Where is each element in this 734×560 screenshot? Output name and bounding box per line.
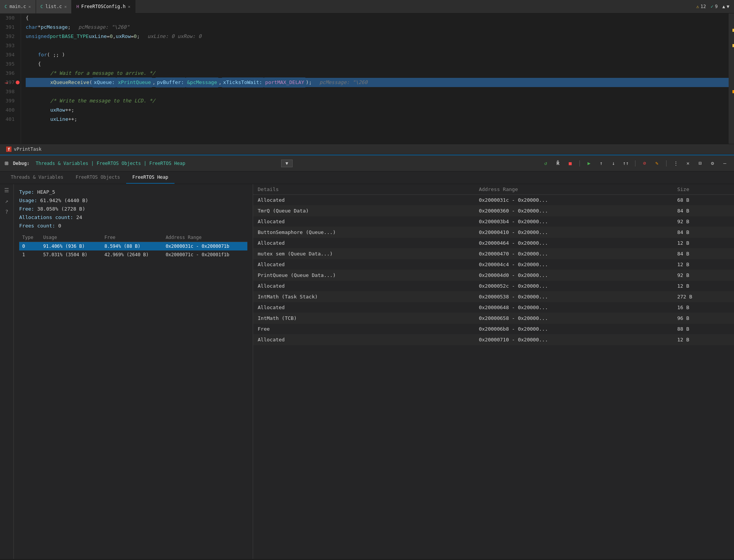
close-tab-list-c[interactable]: ✕: [64, 4, 67, 9]
line-399: 399: [3, 96, 18, 105]
debug-session-label: Threads & Variables | FreeRTOS Objects |…: [36, 161, 278, 166]
code-line-400: uxRow ++;: [26, 105, 729, 115]
disconnect-btn[interactable]: ⊘: [640, 159, 649, 168]
layout-btn[interactable]: ⊟: [696, 159, 705, 168]
details-row-13[interactable]: Allocated 0x20000710 - 0x20000... 12 B: [253, 334, 734, 345]
details-row-4[interactable]: Allocated 0x20000464 - 0x20000... 12 B: [253, 238, 734, 249]
left-icon-export[interactable]: ↗: [5, 198, 8, 204]
details-row-12[interactable]: Free 0x200006b8 - 0x20000... 88 B: [253, 324, 734, 334]
line-390: 390: [3, 13, 18, 23]
heap-col-type: Type: [19, 233, 40, 242]
debug-tabs: Threads & Variables FreeRTOS Objects Fre…: [0, 171, 734, 184]
line-391: 391: [3, 23, 18, 32]
nav-up-icon[interactable]: ▲: [722, 4, 725, 9]
debug-left-panel: ☰ ↗ ? Type: HEAP_5 Usage: 61.942% (4440 …: [0, 184, 253, 559]
tab-list-c[interactable]: C list.c ✕: [36, 0, 72, 13]
code-line-397: xQueueReceive ( xQueue: xPrintQueue , pv…: [26, 78, 729, 87]
tab-freertos-objects[interactable]: FreeRTOS Objects: [69, 171, 126, 184]
debug-right-panel: Details Address Range Size Allocated 0x2…: [253, 184, 734, 559]
code-line-396: /* Wait for a message to arrive. */: [26, 69, 729, 78]
tab-bar: C main.c ✕ C list.c ✕ H FreeRTOSConfig.h…: [0, 0, 734, 13]
c-file-icon: C: [5, 4, 7, 9]
nav-down-icon[interactable]: ▼: [727, 4, 729, 9]
debug-panel: ⊞ Debug: Threads & Variables | FreeRTOS …: [0, 155, 734, 559]
task-icon: f: [6, 147, 12, 152]
line-400: 400: [3, 105, 18, 115]
close-tab-freertos-config[interactable]: ✕: [128, 4, 130, 9]
details-col-size: Size: [673, 184, 734, 195]
code-line-391: char * pcMessage ; pcMessage: "\260": [26, 23, 729, 32]
details-row-1[interactable]: TmrQ (Queue Data) 0x20000360 - 0x20000..…: [253, 206, 734, 216]
left-icon-help[interactable]: ?: [5, 209, 8, 215]
task-bar: f vPrintTask: [0, 144, 734, 155]
warning-icon: ⚠: [696, 4, 699, 9]
error-count: 9: [715, 4, 718, 9]
step-up-btn[interactable]: ↑: [597, 159, 606, 168]
code-line-390: {: [26, 13, 729, 23]
session-dropdown[interactable]: ▼: [281, 160, 293, 167]
details-col-details: Details: [253, 184, 474, 195]
breakpoint-indicator: [16, 81, 20, 84]
details-row-0[interactable]: Allocated 0x2000031c - 0x20000... 68 B: [253, 195, 734, 206]
heap-row-0[interactable]: 0 91.406% (936 B) 8.594% (88 B) 0x200003…: [19, 242, 247, 251]
close-debug-btn[interactable]: ✕: [683, 159, 693, 168]
reset-btn[interactable]: R̄: [553, 159, 563, 168]
line-393: 393: [3, 41, 18, 50]
line-396: 396: [3, 69, 18, 78]
minimize-btn[interactable]: —: [720, 159, 729, 168]
task-label: vPrintTask: [14, 147, 41, 152]
debug-panel-icon: ⊞: [5, 160, 8, 167]
stop-btn[interactable]: ■: [566, 159, 575, 168]
details-row-6[interactable]: Allocated 0x200004c4 - 0x20000... 12 B: [253, 259, 734, 270]
heap-col-range: Address Range: [163, 233, 247, 242]
heap-row-1[interactable]: 1 57.031% (3504 B) 42.969% (2640 B) 0x20…: [19, 250, 247, 259]
tab-freertos-config[interactable]: H FreeRTOSConfig.h ✕: [72, 0, 135, 13]
resume-btn[interactable]: ↺: [541, 159, 550, 168]
separator-3: [666, 160, 667, 166]
heap-info: Type: HEAP_5 Usage: 61.942% (4440 B) Fre…: [19, 188, 247, 230]
code-line-398: [26, 87, 729, 96]
warning-count: 12: [701, 4, 706, 9]
code-line-392: unsigned portBASE_TYPE uxLine = 0 , uxRo…: [26, 32, 729, 41]
separator-2: [635, 160, 635, 166]
h-file-icon: H: [76, 4, 79, 9]
details-col-range: Address Range: [474, 184, 673, 195]
code-line-395: {: [26, 59, 729, 69]
line-401: 401: [3, 115, 18, 124]
edit-btn[interactable]: ✎: [652, 159, 662, 168]
settings-btn[interactable]: ⚙: [708, 159, 717, 168]
details-row-8[interactable]: Allocated 0x2000052c - 0x20000... 12 B: [253, 281, 734, 292]
line-numbers: 390 391 392 393 394 395 396 → 397 398 39…: [0, 13, 21, 144]
details-row-3[interactable]: ButtonSemaphore (Queue...) 0x20000410 - …: [253, 227, 734, 238]
details-row-9[interactable]: IntMath (Task Stack) 0x20000538 - 0x2000…: [253, 292, 734, 302]
error-icon: ✓: [711, 4, 713, 9]
tab-threads-variables[interactable]: Threads & Variables: [5, 171, 69, 184]
step-out-btn[interactable]: ↑↑: [621, 159, 630, 168]
details-row-7[interactable]: PrintQueue (Queue Data...) 0x200004d0 - …: [253, 270, 734, 281]
step-down-btn[interactable]: ↓: [609, 159, 618, 168]
separator-1: [579, 160, 580, 166]
debug-content: ☰ ↗ ? Type: HEAP_5 Usage: 61.942% (4440 …: [0, 184, 734, 559]
c-file-icon-2: C: [41, 4, 43, 9]
code-line-393: [26, 41, 729, 50]
details-row-10[interactable]: Allocated 0x20000648 - 0x20000... 16 B: [253, 302, 734, 313]
line-394: 394: [3, 50, 18, 59]
details-row-5[interactable]: mutex sem (Queue Data...) 0x20000470 - 0…: [253, 249, 734, 259]
arrow-icon: →: [5, 78, 8, 87]
tab-main-c[interactable]: C main.c ✕: [0, 0, 36, 13]
line-395: 395: [3, 59, 18, 69]
code-area[interactable]: { char * pcMessage ; pcMessage: "\260" u…: [21, 13, 729, 144]
code-line-401: uxLine ++;: [26, 115, 729, 124]
tab-freertos-heap[interactable]: FreeRTOS Heap: [126, 171, 174, 184]
details-row-2[interactable]: Allocated 0x200003b4 - 0x20000... 92 B: [253, 216, 734, 227]
minimap: [729, 13, 734, 144]
step-over-btn[interactable]: ▶: [584, 159, 594, 168]
more-options-btn[interactable]: ⋮: [671, 159, 680, 168]
details-table: Details Address Range Size Allocated 0x2…: [253, 184, 734, 345]
heap-col-free: Free: [101, 233, 163, 242]
code-line-399: /* Write the message to the LCD. */: [26, 96, 729, 105]
left-icon-list[interactable]: ☰: [4, 187, 9, 193]
tab-freertos-config-label: FreeRTOSConfig.h: [81, 4, 126, 9]
close-tab-main-c[interactable]: ✕: [28, 4, 31, 9]
details-row-11[interactable]: IntMath (TCB) 0x20000658 - 0x20000... 96…: [253, 313, 734, 324]
